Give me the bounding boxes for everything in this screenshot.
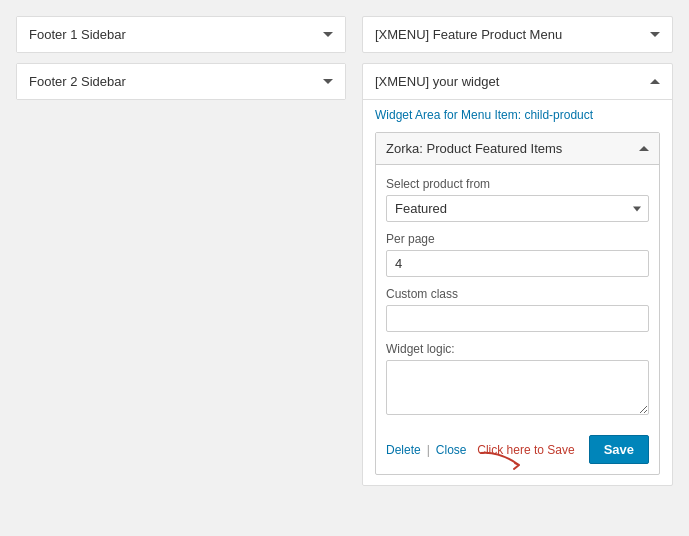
footer1-label: Footer 1 Sidebar <box>29 27 126 42</box>
widget-area-link[interactable]: child-product <box>524 108 593 122</box>
click-save-container: Click here to Save <box>477 443 580 457</box>
feature-product-menu-label: [XMENU] Feature Product Menu <box>375 27 562 42</box>
save-button[interactable]: Save <box>589 435 649 464</box>
zorka-product-title: Zorka: Product Featured Items <box>386 141 562 156</box>
footer1-header[interactable]: Footer 1 Sidebar <box>17 17 345 52</box>
custom-class-group: Custom class <box>386 287 649 332</box>
widget-footer-links: Delete | Close <box>386 443 467 457</box>
close-link[interactable]: Close <box>436 443 467 457</box>
feature-product-menu-chevron-down-icon <box>650 32 660 37</box>
select-product-group: Select product from Featured Latest Popu… <box>386 177 649 222</box>
custom-class-input[interactable] <box>386 305 649 332</box>
footer1-sidebar-widget[interactable]: Footer 1 Sidebar <box>16 16 346 53</box>
widget-footer: Delete | Close Click here to Save Save <box>376 427 659 474</box>
your-widget-box: [XMENU] your widget Widget Area for Menu… <box>362 63 673 486</box>
left-column: Footer 1 Sidebar Footer 2 Sidebar <box>16 16 346 520</box>
footer2-sidebar-widget[interactable]: Footer 2 Sidebar <box>16 63 346 100</box>
widget-logic-label: Widget logic: <box>386 342 649 356</box>
footer2-header[interactable]: Footer 2 Sidebar <box>17 64 345 99</box>
footer-right: Click here to Save Save <box>477 435 649 464</box>
select-product-dropdown[interactable]: Featured Latest Popular Sale <box>386 195 649 222</box>
footer1-chevron-down-icon <box>323 32 333 37</box>
feature-product-menu-box[interactable]: [XMENU] Feature Product Menu <box>362 16 673 53</box>
inner-widget-card: Zorka: Product Featured Items Select pro… <box>375 132 660 475</box>
delete-link[interactable]: Delete <box>386 443 421 457</box>
your-widget-header[interactable]: [XMENU] your widget <box>363 64 672 100</box>
product-featured-label: Product Featured Items <box>426 141 562 156</box>
separator: | <box>427 443 430 457</box>
right-column: [XMENU] Feature Product Menu [XMENU] you… <box>362 16 673 520</box>
feature-product-menu-header[interactable]: [XMENU] Feature Product Menu <box>363 17 672 52</box>
widget-area-label: Widget Area for Menu Item: <box>375 108 521 122</box>
inner-widget-card-body: Select product from Featured Latest Popu… <box>376 165 659 427</box>
widget-area-text: Widget Area for Menu Item: child-product <box>363 100 672 122</box>
widget-logic-textarea[interactable] <box>386 360 649 415</box>
custom-class-label: Custom class <box>386 287 649 301</box>
select-product-wrapper[interactable]: Featured Latest Popular Sale <box>386 195 649 222</box>
footer2-label: Footer 2 Sidebar <box>29 74 126 89</box>
your-widget-title: [XMENU] your widget <box>375 74 499 89</box>
per-page-label: Per page <box>386 232 649 246</box>
per-page-input[interactable] <box>386 250 649 277</box>
footer2-chevron-down-icon <box>323 79 333 84</box>
widget-logic-group: Widget logic: <box>386 342 649 415</box>
select-product-label: Select product from <box>386 177 649 191</box>
inner-widget-card-header[interactable]: Zorka: Product Featured Items <box>376 133 659 165</box>
red-arrow-icon <box>479 449 529 473</box>
inner-card-chevron-up-icon <box>639 146 649 151</box>
per-page-group: Per page <box>386 232 649 277</box>
zorka-label: Zorka: <box>386 141 423 156</box>
your-widget-chevron-up-icon <box>650 79 660 84</box>
